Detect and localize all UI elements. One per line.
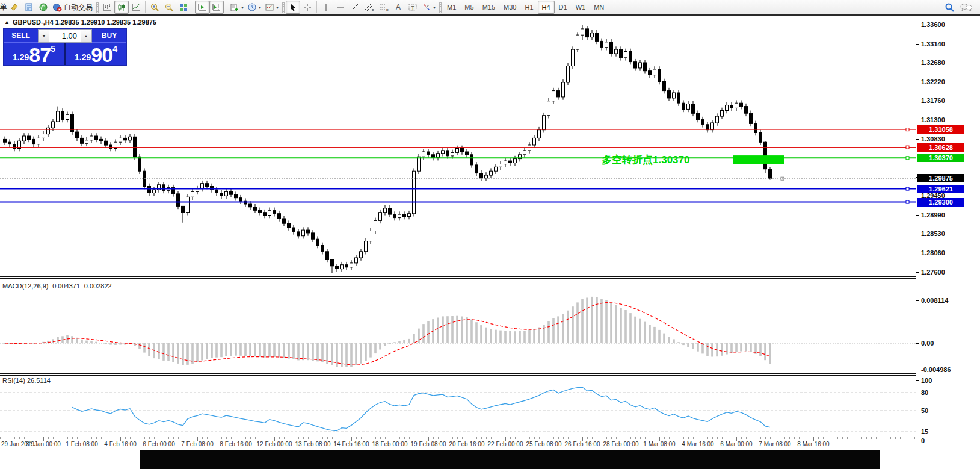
candle-body [259,210,262,212]
level-anchor[interactable] [906,187,909,190]
sell-button[interactable]: SELL [4,29,38,43]
candle-body [206,184,209,187]
zoom-out-button[interactable] [162,1,176,14]
new-chart-button[interactable]: ▾ [228,1,245,14]
macd-axis-label: 0.00 [921,340,934,347]
candle-body [336,266,339,269]
templates-button[interactable]: ▾ [263,1,280,14]
candle-body [533,138,536,145]
macd-histogram-bar [610,303,612,343]
candle-body [605,42,608,48]
macd-histogram-bar [750,343,752,352]
vertical-line-button[interactable] [319,1,333,14]
text-label-button[interactable]: T [405,1,420,14]
new-order-button[interactable] [22,1,36,14]
fibonacci-button[interactable]: F [377,1,391,14]
history-center-button[interactable] [7,1,22,14]
time-axis[interactable]: 29 Jan 201931 Jan 00:001 Feb 08:004 Feb … [0,437,916,450]
candle-body [403,214,406,216]
time-axis-label: 1 Mar 08:00 [643,441,675,447]
chart-shift-button[interactable] [209,1,224,14]
axis-tick [916,139,919,140]
candle-body [509,161,512,163]
cursor-button[interactable] [286,1,300,14]
macd-histogram-bar [461,317,463,344]
line-chart-button[interactable] [129,1,143,14]
auto-scroll-button[interactable] [195,1,209,14]
time-axis-label: 6 Feb 00:00 [143,441,174,447]
pane-divider[interactable] [0,276,980,279]
candle-body [461,149,464,152]
macd-histogram-bar [345,343,348,367]
buy-price[interactable]: 1.29 90 4 [66,43,126,65]
candle-body [273,210,276,214]
volume-down-button[interactable]: ▼ [39,30,49,42]
candle-body [547,101,550,116]
timeframe-group: M1M5M15M30H1H4D1W1MN [443,1,608,14]
volume-input[interactable]: 1.00 [49,30,81,42]
timeframe-button-d1[interactable]: D1 [555,1,572,14]
toolbar-grip[interactable] [96,2,99,13]
timeframe-button-h4[interactable]: H4 [538,1,555,14]
level-price-badge: 1.30370 [917,154,964,162]
tile-windows-button[interactable] [176,1,191,14]
macd-histogram-bar [653,327,656,343]
buy-price-small: 1.29 [75,52,91,62]
level-price-badge: 1.30628 [917,143,964,152]
rsi-pane[interactable] [0,376,916,446]
channel-icon: E [364,2,375,12]
pane-divider[interactable] [0,373,980,376]
candle-body [283,219,286,223]
crosshair-icon [303,2,312,12]
candle-body [750,113,753,123]
text-button[interactable]: A [391,1,405,14]
toolbar-grip[interactable] [282,2,285,13]
timeframe-button-w1[interactable]: W1 [572,1,590,14]
candle-body [711,123,714,130]
candlestick-chart-button[interactable] [114,1,129,14]
volume-up-button[interactable]: ▲ [81,30,91,42]
timeframe-button-m30[interactable]: M30 [499,1,520,14]
candle-body [393,214,396,218]
search-icon[interactable] [945,2,955,13]
candle-body [220,193,223,196]
trendline-button[interactable] [348,1,362,14]
chat-icon[interactable] [960,2,973,13]
toolbar-grip[interactable] [439,2,442,13]
horizontal-line-button[interactable] [333,1,348,14]
timeframe-button-m5[interactable]: M5 [460,1,478,14]
svg-text:F: F [386,8,389,12]
collapse-arrow-icon[interactable]: ▲ [4,19,10,25]
pivot-highlight-rect[interactable] [733,155,784,164]
buy-button[interactable]: BUY [92,29,126,43]
sell-price[interactable]: 1.29 87 5 [4,43,66,65]
timeframe-button-m1[interactable]: M1 [443,1,460,14]
bar-chart-button[interactable] [100,1,114,14]
macd-histogram-bar [418,329,420,343]
periods-button[interactable]: ▾ [245,1,263,14]
level-anchor[interactable] [906,157,909,160]
level-anchor[interactable] [906,200,909,203]
timeframe-button-h1[interactable]: H1 [520,1,537,14]
crosshair-button[interactable] [300,1,315,14]
timeframe-button-mn[interactable]: MN [590,1,608,14]
timeframe-button-m15[interactable]: M15 [478,1,499,14]
price-axis-column[interactable]: 1.336001.331401.326801.322201.317601.313… [916,17,980,450]
candle-body [28,136,31,140]
signals-button[interactable] [36,1,51,14]
macd-histogram-bar [547,321,550,343]
candle-body [52,122,55,128]
macd-pane[interactable] [0,279,916,373]
equidistant-channel-button[interactable]: E [362,1,377,14]
arrows-button[interactable]: ▾ [420,1,437,14]
main-price-chart[interactable] [0,17,916,276]
time-axis-label: 18 Feb 00:00 [372,441,408,447]
candle-body [427,152,430,155]
auto-trading-button[interactable]: 自动交易 [51,1,94,14]
zoom-in-button[interactable] [147,1,162,14]
level-anchor[interactable] [906,128,909,131]
history-icon [10,2,19,12]
level-anchor[interactable] [906,146,909,149]
new-order-label[interactable]: 单 [0,2,7,13]
macd-histogram-bar [644,322,646,343]
